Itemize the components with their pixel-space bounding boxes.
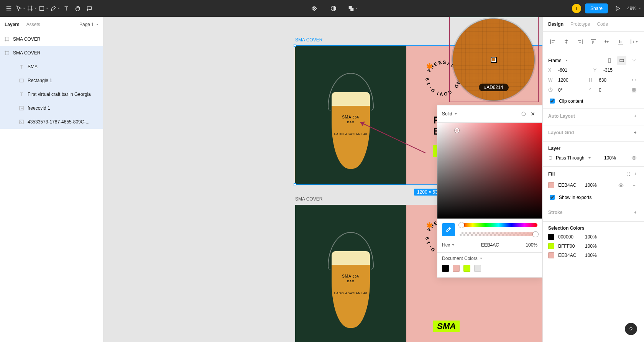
align-top-icon[interactable] <box>590 38 597 46</box>
align-right-icon[interactable] <box>576 38 584 46</box>
show-in-exports-checkbox[interactable] <box>550 195 555 200</box>
pen-tool-icon[interactable] <box>49 1 61 16</box>
sel-color-swatch[interactable] <box>548 234 554 240</box>
clip-content-checkbox[interactable] <box>550 99 555 104</box>
sma-tag: SMA <box>433 321 460 332</box>
fill-hex[interactable]: EEB4AC <box>558 183 581 188</box>
component-icon[interactable] <box>309 1 320 16</box>
fill-swatch[interactable] <box>548 182 554 188</box>
frame-label[interactable]: SMA COVER <box>295 37 322 43</box>
sel-color-swatch[interactable] <box>548 243 554 249</box>
page-selector[interactable]: Page 1 <box>79 22 99 27</box>
fill-opacity[interactable]: 100% <box>585 183 600 188</box>
text-tool-icon[interactable] <box>61 1 72 16</box>
blend-mode-select[interactable]: Pass Through <box>548 155 591 161</box>
corner-options-icon[interactable] <box>629 86 639 95</box>
boolean-icon[interactable] <box>347 1 358 16</box>
frame-type-select[interactable]: Frame <box>548 58 568 63</box>
svg-rect-10 <box>608 59 611 62</box>
layer-label: First virtual craft bar in Georgia <box>28 92 91 97</box>
radius-input[interactable] <box>599 87 622 94</box>
tab-design[interactable]: Design <box>548 21 564 27</box>
layer-opacity[interactable]: 100% <box>604 155 616 161</box>
layer-row[interactable]: SMA <box>0 60 103 74</box>
svg-point-23 <box>621 185 622 186</box>
doc-color-swatch[interactable] <box>453 265 460 272</box>
hand-tool-icon[interactable] <box>72 1 84 16</box>
layer-row[interactable]: freecovid 1 <box>0 101 103 115</box>
add-grid-icon[interactable]: + <box>632 129 639 136</box>
visibility-icon[interactable] <box>629 153 639 163</box>
image-icon <box>18 119 25 125</box>
doc-colors-label[interactable]: Document Colors <box>442 256 537 261</box>
frame-tool-icon[interactable] <box>26 1 38 16</box>
help-button[interactable]: ? <box>625 323 637 335</box>
menu-icon[interactable] <box>3 1 15 16</box>
color-model-select[interactable]: Hex <box>442 242 454 248</box>
move-tool-icon[interactable] <box>15 1 26 16</box>
canvas[interactable]: SMA COVER SMA ᲑᲐᲠBARLADO ASATIANI 48 SAF… <box>104 17 542 342</box>
frame-label[interactable]: SMA COVER <box>295 196 322 202</box>
svg-point-22 <box>629 175 630 176</box>
tab-layers[interactable]: Layers <box>5 22 20 27</box>
fit-to-content-icon[interactable] <box>629 56 639 65</box>
svg-point-18 <box>633 158 634 159</box>
sel-color-swatch[interactable] <box>548 252 554 258</box>
hue-slider[interactable] <box>460 223 537 227</box>
comment-tool-icon[interactable] <box>84 1 95 16</box>
tab-prototype[interactable]: Prototype <box>570 21 590 27</box>
fill-visibility-icon[interactable] <box>616 181 626 190</box>
layer-row[interactable]: First virtual craft bar in Georgia <box>0 87 103 101</box>
rotation-input[interactable] <box>558 87 581 94</box>
add-autolayout-icon[interactable]: + <box>632 113 639 120</box>
doc-color-swatch[interactable] <box>463 265 470 272</box>
svg-point-20 <box>629 173 630 173</box>
doc-color-swatch[interactable] <box>442 265 449 272</box>
eyedropper-button[interactable] <box>442 223 455 236</box>
w-input[interactable] <box>558 77 581 84</box>
layer-row[interactable]: SMA COVER <box>0 46 103 60</box>
layer-row[interactable]: Rectangle 1 <box>0 74 103 87</box>
layer-row[interactable]: SMA COVER <box>0 32 103 46</box>
tab-assets[interactable]: Assets <box>26 22 40 27</box>
beer-glass-image: SMA ᲑᲐᲠBARLADO ASATIANI 48 <box>328 61 374 169</box>
color-field[interactable] <box>437 123 542 219</box>
share-button[interactable]: Share <box>585 3 608 13</box>
svg-rect-11 <box>620 59 624 62</box>
add-fill-icon[interactable]: + <box>632 171 639 178</box>
h-input[interactable] <box>599 77 622 84</box>
blend-options-icon[interactable] <box>519 109 528 118</box>
align-vcenter-icon[interactable] <box>603 38 611 46</box>
opacity-value[interactable]: 100% <box>526 242 537 248</box>
y-input[interactable] <box>603 67 626 74</box>
orient-portrait-icon[interactable] <box>605 56 614 65</box>
layer-row[interactable]: 43533573-1787-4655-809C-... <box>0 115 103 129</box>
close-icon[interactable] <box>528 109 537 118</box>
align-hcenter-icon[interactable] <box>562 38 570 46</box>
layer-label: SMA COVER <box>13 36 40 42</box>
align-left-icon[interactable] <box>549 38 557 46</box>
link-wh-icon[interactable] <box>629 76 639 85</box>
svg-rect-13 <box>632 88 634 90</box>
avatar[interactable]: I <box>572 4 581 13</box>
align-bottom-icon[interactable] <box>617 38 624 46</box>
picker-mode-select[interactable]: Solid <box>442 111 457 117</box>
rect-icon <box>18 77 25 84</box>
orient-landscape-icon[interactable] <box>617 56 626 65</box>
mask-icon[interactable] <box>328 1 339 16</box>
add-stroke-icon[interactable]: + <box>632 209 639 216</box>
fill-styles-icon[interactable] <box>625 171 632 178</box>
distribute-icon[interactable] <box>630 38 638 46</box>
remove-fill-icon[interactable]: − <box>629 181 639 190</box>
present-icon[interactable] <box>612 1 623 16</box>
zoom-level[interactable]: 49% <box>627 6 641 11</box>
x-input[interactable] <box>558 67 581 74</box>
properties-panel: Design Prototype Code Frame <box>542 17 644 342</box>
doc-color-swatch[interactable] <box>474 265 481 272</box>
tab-code[interactable]: Code <box>597 21 608 27</box>
alpha-slider[interactable] <box>460 232 537 236</box>
color-picker-panel: Solid Hex EEB4AC 100% Document Colors <box>437 105 542 278</box>
shape-tool-icon[interactable] <box>38 1 49 16</box>
hex-value[interactable]: EEB4AC <box>458 242 522 248</box>
sel-color-hex: EEB4AC <box>558 253 581 258</box>
